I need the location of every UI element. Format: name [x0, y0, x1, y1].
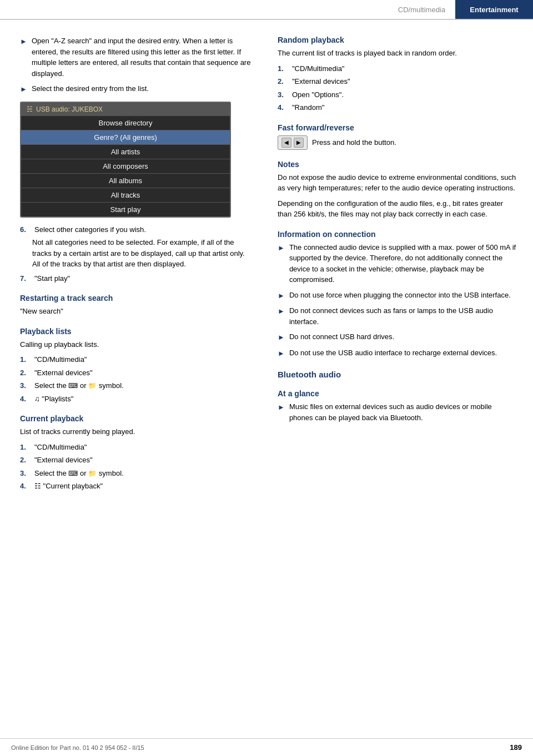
playback-step-1-num: 1.	[20, 354, 30, 365]
playback-step-3: 3. Select the ⌨ or 📁 symbol.	[20, 380, 251, 391]
info-title: Information on connection	[278, 230, 517, 239]
phone-icon-2: ⌨	[68, 470, 78, 477]
header-section-label: Entertainment	[455, 0, 533, 19]
bullet-az-search: ► Open "A-Z search" and input the desire…	[20, 36, 251, 79]
current-step-2-num: 2.	[20, 455, 30, 466]
current-step-1-text: "CD/Multimedia"	[34, 442, 251, 453]
usb-menu-startplay[interactable]: Start play	[21, 203, 230, 216]
random-step-2-num: 2.	[278, 76, 288, 87]
info-arrow-5: ►	[278, 348, 285, 359]
info-bullet-3-text: Do not connect devices such as fans or l…	[289, 305, 517, 327]
step-6-num: 6.	[20, 224, 30, 235]
folder-icon: 📁	[88, 382, 97, 390]
playback-step-3-text: Select the ⌨ or 📁 symbol.	[34, 380, 251, 391]
current-step-2: 2. "External devices"	[20, 455, 251, 466]
bullet-select-entry-text: Select the desired entry from the list.	[32, 83, 251, 94]
current-playback-icon: ☷	[34, 482, 41, 490]
notes-text1: Do not expose the audio device to extrem…	[278, 172, 517, 194]
step-6: 6. Select other categories if you wish.	[20, 224, 251, 235]
random-step-1-text: "CD/Multimedia"	[292, 63, 517, 74]
info-bullet-2: ► Do not use force when plugging the con…	[278, 290, 517, 301]
random-step-1-num: 1.	[278, 63, 288, 74]
random-step-3: 3. Open "Options".	[278, 89, 517, 100]
random-step-3-num: 3.	[278, 89, 288, 100]
at-glance-arrow: ►	[278, 402, 285, 413]
usb-icon: ☵	[27, 105, 33, 113]
main-content: ► Open "A-Z search" and input the desire…	[0, 20, 533, 516]
usb-menu-composers[interactable]: All composers	[21, 159, 230, 174]
playback-step-4-num: 4.	[20, 394, 30, 405]
current-step-2-text: "External devices"	[34, 455, 251, 466]
random-step-1: 1. "CD/Multimedia"	[278, 63, 517, 74]
step-7-text: "Start play"	[34, 273, 251, 284]
ff-title: Fast forward/reverse	[278, 123, 517, 132]
playback-step-2: 2. "External devices"	[20, 367, 251, 379]
page-header: CD/multimedia Entertainment	[0, 0, 533, 20]
playback-step-1: 1. "CD/Multimedia"	[20, 354, 251, 365]
usb-menu-browse[interactable]: Browse directory	[21, 116, 230, 130]
info-bullet-2-text: Do not use force when plugging the conne…	[289, 290, 517, 301]
info-arrow-2: ►	[278, 290, 285, 301]
info-bullet-5-text: Do not use the USB audio interface to re…	[289, 347, 517, 359]
ff-button-group[interactable]: ◀ ▶	[278, 135, 308, 150]
restarting-text: "New search"	[20, 306, 251, 317]
info-bullet-5: ► Do not use the USB audio interface to …	[278, 347, 517, 359]
restarting-title: Restarting a track search	[20, 294, 251, 303]
info-bullet-4: ► Do not connect USB hard drives.	[278, 331, 517, 343]
random-step-2-text: "External devices"	[292, 76, 517, 87]
fastforward-button[interactable]: ▶	[294, 138, 304, 148]
usb-menu-genre[interactable]: Genre? (All genres)	[21, 130, 230, 145]
random-playback-title: Random playback	[278, 36, 517, 44]
header-cd-label: CD/multimedia	[388, 6, 455, 14]
random-playback-intro: The current list of tracks is played bac…	[278, 48, 517, 59]
info-arrow-4: ►	[278, 332, 285, 343]
ff-text: Press and hold the button.	[312, 137, 396, 148]
random-step-4-text: "Random"	[292, 102, 517, 113]
footer-online-text: Online Edition for Part no. 01 40 2 954 …	[11, 744, 144, 751]
step-7: 7. "Start play"	[20, 273, 251, 284]
bullet-arrow-icon-2: ►	[20, 84, 27, 95]
right-column: Random playback The current list of trac…	[266, 36, 533, 494]
info-arrow-1: ►	[278, 243, 285, 254]
usb-menu-artists[interactable]: All artists	[21, 145, 230, 159]
playlist-icon: ♫	[34, 395, 40, 403]
playback-step-2-text: "External devices"	[34, 367, 251, 379]
usb-audio-box: ☵ USB audio: JUKEBOX Browse directory Ge…	[20, 102, 231, 218]
bluetooth-title: Bluetooth audio	[278, 370, 517, 379]
page-footer: Online Edition for Part no. 01 40 2 954 …	[0, 738, 533, 756]
folder-icon-2: 📁	[88, 470, 97, 477]
current-step-3: 3. Select the ⌨ or 📁 symbol.	[20, 468, 251, 479]
random-step-2: 2. "External devices"	[278, 76, 517, 87]
current-step-4: 4. ☷ "Current playback"	[20, 481, 251, 492]
current-playback-title: Current playback	[20, 414, 251, 423]
current-step-1-num: 1.	[20, 442, 30, 453]
rewind-button[interactable]: ◀	[281, 138, 291, 148]
info-bullet-1: ► The connected audio device is supplied…	[278, 242, 517, 285]
current-step-4-num: 4.	[20, 481, 30, 492]
current-playback-intro: List of tracks currently being played.	[20, 426, 251, 437]
usb-menu-tracks[interactable]: All tracks	[21, 188, 230, 203]
notes-text2: Depending on the configuration of the au…	[278, 198, 517, 220]
playback-step-3-num: 3.	[20, 380, 30, 391]
current-step-4-text: ☷ "Current playback"	[34, 481, 251, 492]
ff-row: ◀ ▶ Press and hold the button.	[278, 135, 517, 150]
current-step-1: 1. "CD/Multimedia"	[20, 442, 251, 453]
step-6-text: Select other categories if you wish.	[34, 224, 251, 235]
step-6-detail: Not all categories need to be selected. …	[32, 237, 251, 270]
random-step-3-text: Open "Options".	[292, 89, 517, 100]
random-step-4-num: 4.	[278, 102, 288, 113]
usb-menu-albums[interactable]: All albums	[21, 174, 230, 188]
footer-page-num: 189	[510, 743, 522, 752]
left-column: ► Open "A-Z search" and input the desire…	[0, 36, 266, 494]
bullet-select-entry: ► Select the desired entry from the list…	[20, 83, 251, 95]
info-bullet-3: ► Do not connect devices such as fans or…	[278, 305, 517, 327]
info-arrow-3: ►	[278, 306, 285, 317]
info-bullet-4-text: Do not connect USB hard drives.	[289, 331, 517, 342]
bullet-az-search-text: Open "A-Z search" and input the desired …	[32, 36, 251, 79]
playback-title: Playback lists	[20, 327, 251, 336]
usb-title: USB audio: JUKEBOX	[36, 105, 103, 113]
playback-step-2-num: 2.	[20, 367, 30, 379]
usb-header-bar: ☵ USB audio: JUKEBOX	[21, 103, 230, 116]
current-step-3-text: Select the ⌨ or 📁 symbol.	[34, 468, 251, 479]
playback-intro: Calling up playback lists.	[20, 339, 251, 350]
